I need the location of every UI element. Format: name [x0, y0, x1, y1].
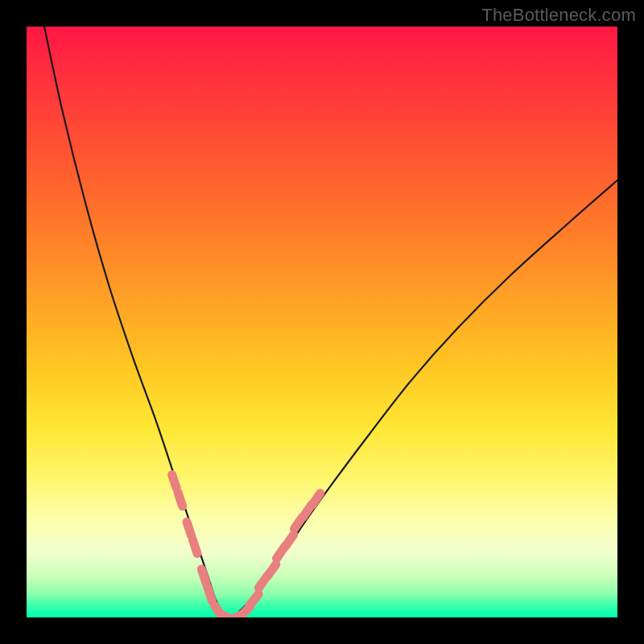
- curve-marker: [192, 539, 197, 553]
- curve-marker: [201, 569, 206, 583]
- bottleneck-curve: [44, 27, 617, 617]
- watermark-text: TheBottleneck.com: [481, 5, 636, 26]
- curve-svg: [27, 27, 617, 617]
- curve-marker: [178, 493, 183, 506]
- curve-marker: [187, 522, 192, 535]
- curve-marker: [172, 475, 177, 489]
- curve-marker: [250, 594, 258, 605]
- chart-stage: TheBottleneck.com: [0, 0, 644, 644]
- curve-markers: [172, 475, 320, 617]
- curve-marker: [267, 564, 275, 576]
- curve-marker: [208, 587, 213, 601]
- plot-area: [27, 27, 617, 617]
- curve-marker: [285, 535, 293, 547]
